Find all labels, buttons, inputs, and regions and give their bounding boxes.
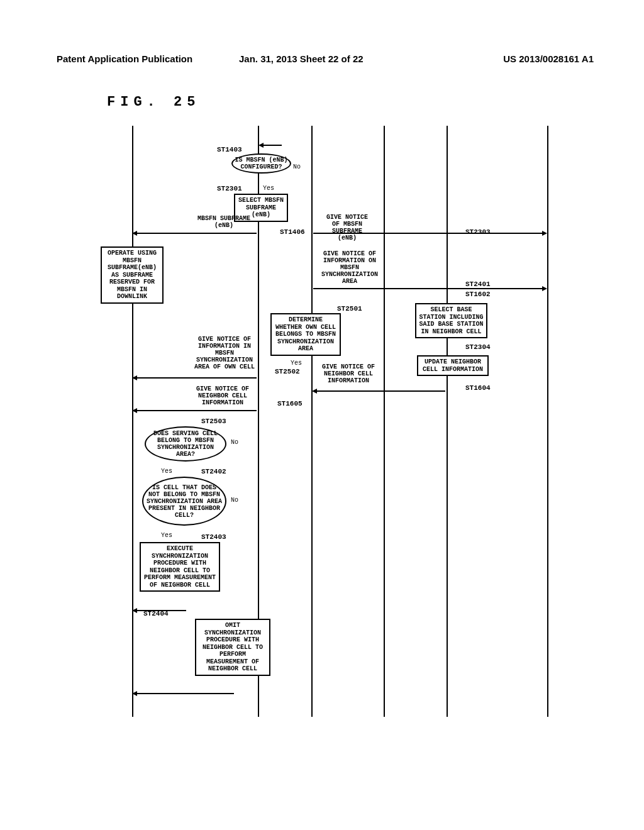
label-st2503: ST2503: [201, 418, 226, 425]
arrow-st2303: [313, 233, 546, 234]
figure-label: FIG. 25: [107, 94, 200, 110]
box-update-neighbor: UPDATE NEIGHBOR CELL INFORMATION: [417, 355, 489, 376]
label-st2304: ST2304: [465, 343, 491, 351]
header-center: Jan. 31, 2013 Sheet 22 of 22: [239, 53, 364, 64]
lifeline-5: [447, 126, 448, 717]
arrow-st1605: [133, 410, 257, 411]
label-st2401: ST2401: [465, 280, 491, 288]
label-st2404: ST2404: [143, 610, 169, 617]
decision-cell-not-belong: IS CELL THAT DOES NOT BELONG TO MBSFN SY…: [142, 477, 226, 526]
msg-give-notice-subframe: GIVE NOTICE OF MBSFN SUBFRAME (eNB): [322, 214, 372, 241]
box-select-base: SELECT BASE STATION INCLUDING SAID BASE …: [415, 303, 487, 338]
arrow-st2401: [313, 288, 546, 289]
label-st2303: ST2303: [465, 228, 491, 236]
label-st1406: ST1406: [280, 228, 305, 236]
label-st1403: ST1403: [217, 146, 242, 153]
label-st2502: ST2502: [275, 368, 300, 375]
msg-mbsfn-subframe: MBSFN SUBFRAME (eNB): [196, 215, 252, 229]
label-no-3: No: [231, 497, 238, 504]
decision-mbsfn-config: IS MBSFN (eNB) CONFIGURED?: [231, 153, 291, 174]
box-omit-sync: OMIT SYNCHRONIZATION PROCEDURE WITH NEIG…: [195, 619, 270, 676]
lifeline-6: [547, 126, 548, 717]
label-st2301: ST2301: [217, 185, 242, 192]
decision-serving-belong: DOES SERVING CELL BELONG TO MBSFN SYNCHR…: [145, 426, 226, 462]
sequence-diagram: ST1403 IS MBSFN (eNB) CONFIGURED? No ST2…: [94, 126, 553, 723]
label-st2403: ST2403: [201, 533, 226, 541]
arrow-after-omit: [133, 693, 234, 694]
label-st2501: ST2501: [337, 305, 362, 313]
label-st1605: ST1605: [277, 400, 303, 407]
label-no-2: No: [231, 439, 238, 446]
msg-neighbor-right: GIVE NOTICE OF NEIGHBOR CELL INFORMATION: [319, 363, 377, 384]
header-right: US 2013/0028161 A1: [503, 53, 594, 64]
box-execute-sync: EXECUTE SYNCHRONIZATION PROCEDURE WITH N…: [140, 542, 220, 592]
label-yes-3: Yes: [161, 468, 172, 475]
lifeline-1: [132, 126, 133, 717]
lifeline-3: [311, 126, 313, 717]
label-yes-2: Yes: [291, 360, 302, 367]
label-st2402: ST2402: [201, 468, 226, 475]
lifeline-4: [384, 126, 385, 717]
msg-sync-area: GIVE NOTICE OF INFORMATION ON MBSFN SYNC…: [321, 250, 379, 285]
label-yes-1: Yes: [263, 185, 274, 192]
arrow-st1406: [133, 233, 257, 234]
msg-neighbor-left: GIVE NOTICE OF NEIGHBOR CELL INFORMATION: [194, 385, 252, 406]
msg-sync-own: GIVE NOTICE OF INFORMATION IN MBSFN SYNC…: [194, 336, 255, 370]
header-left: Patent Application Publication: [57, 53, 192, 64]
arrow-into-st1403: [260, 145, 282, 146]
label-no-1: No: [293, 163, 301, 170]
arrow-neighbor-right: [313, 390, 445, 392]
box-determine-own: DETERMINE WHETHER OWN CELL BELONGS TO MB…: [270, 313, 341, 356]
label-st1604: ST1604: [465, 384, 491, 392]
box-operate-using: OPERATE USING MBSFN SUBFRAME(eNB) AS SUB…: [101, 246, 164, 304]
arrow-st2502: [133, 377, 257, 379]
label-st1602: ST1602: [465, 290, 491, 298]
label-yes-4: Yes: [161, 532, 172, 539]
